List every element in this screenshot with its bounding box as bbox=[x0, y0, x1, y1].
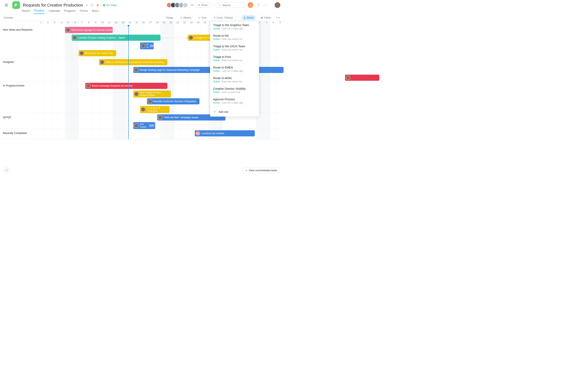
task-bar[interactable]: Need a 100 Brochures printed for univers… bbox=[99, 59, 167, 65]
hamburger-menu[interactable] bbox=[3, 2, 10, 8]
task-bar[interactable]: Design landing page for Seasonal Marketi… bbox=[133, 67, 284, 73]
rule-name: Route to NA bbox=[213, 34, 256, 37]
date-cell: 10 bbox=[99, 21, 106, 26]
task-label: Brochures for Career Fair bbox=[85, 52, 113, 55]
rule-name: Approve Process bbox=[213, 98, 256, 101]
tab-forms[interactable]: Forms bbox=[80, 9, 88, 14]
task-bar[interactable]: Directional signage for internal events bbox=[65, 27, 113, 33]
date-cell: 6 bbox=[72, 21, 78, 26]
sort-button[interactable]: Sort bbox=[197, 15, 208, 20]
tab-progress[interactable]: Progress bbox=[64, 9, 76, 14]
task-bar[interactable]: New Images for Each Regional Office bbox=[133, 91, 171, 98]
task-label: Need a 100 Brochures printed for univers… bbox=[105, 61, 164, 64]
project-icon[interactable] bbox=[12, 1, 20, 9]
rule-item[interactable]: Triage to the Graphics TeamActive·Last r… bbox=[210, 21, 259, 32]
subtask-count: 1 bbox=[150, 44, 154, 47]
rule-item[interactable]: Route to EMEAActive·Last run 3 days ago bbox=[210, 64, 259, 75]
header: Requests for Creative Production On Trac… bbox=[0, 0, 284, 8]
rule-item[interactable]: Triage to the UI/UX TeamActive·Rule has … bbox=[210, 43, 259, 53]
zoom-button[interactable]: Weeks bbox=[178, 15, 193, 20]
task-label: B fo bbox=[147, 43, 148, 48]
rule-item[interactable]: Triage to PrintActive·Rule has never run bbox=[210, 53, 259, 64]
task-label: Beautify Customer Success Infographic bbox=[154, 100, 196, 103]
star-icon[interactable] bbox=[96, 3, 99, 7]
task-bar[interactable]: Brand campaign localized ad creative bbox=[85, 83, 167, 89]
task-bar[interactable]: FY19 Best Of Infographic bbox=[140, 106, 169, 113]
rule-item[interactable]: Route to APACActive·Rule has never run bbox=[210, 75, 259, 85]
info-badge[interactable]: ⓘ bbox=[4, 167, 10, 173]
today-button[interactable]: Today bbox=[164, 15, 175, 20]
color-button[interactable]: Color: Default bbox=[212, 15, 234, 20]
tab-board[interactable]: Board bbox=[22, 9, 30, 14]
date-cell: 13 bbox=[120, 21, 126, 26]
task-bar[interactable]: Beautify Customer Success Infographic bbox=[147, 98, 200, 104]
assignee-avatar bbox=[134, 92, 139, 96]
svg-rect-12 bbox=[261, 18, 263, 18]
share-button[interactable]: Share bbox=[196, 3, 210, 8]
rule-item[interactable]: Route to NAActive·Rule has never run bbox=[210, 32, 259, 43]
tab-timeline[interactable]: Timeline bbox=[34, 9, 44, 14]
project-title[interactable]: Requests for Creative Production bbox=[23, 3, 83, 8]
rule-meta: Active·Rule has never run bbox=[213, 80, 256, 83]
section-label[interactable]: In Progress/Active bbox=[0, 82, 38, 113]
date-cell: 22 bbox=[181, 21, 188, 26]
task-bar[interactable] bbox=[345, 75, 379, 81]
fields-button[interactable]: Fields bbox=[259, 15, 273, 20]
search-input[interactable] bbox=[216, 3, 246, 8]
help-button[interactable]: ? bbox=[255, 2, 261, 8]
chevron-down-icon[interactable] bbox=[86, 4, 88, 6]
section-label[interactable]: QA/QC bbox=[0, 113, 38, 129]
more-icon[interactable]: ••• bbox=[276, 16, 280, 19]
rule-item[interactable]: Approve ProcessActive·Last run 3 days ag… bbox=[210, 96, 259, 106]
assignee-avatar bbox=[141, 107, 145, 112]
date-cell: 12 bbox=[113, 21, 120, 26]
date-cell: 7 bbox=[79, 21, 85, 26]
status-label[interactable]: On Track bbox=[106, 4, 117, 7]
date-cell: 19 bbox=[160, 21, 167, 26]
section-label[interactable]: Recently Completed bbox=[0, 129, 38, 139]
member-avatars[interactable] bbox=[168, 2, 188, 8]
task-bar[interactable]: Brochures for Career Fair bbox=[79, 50, 116, 56]
task-bar[interactable]: B fo1 bbox=[140, 42, 154, 49]
tab-calendar[interactable]: Calendar bbox=[49, 9, 60, 14]
member-count: 12 bbox=[191, 4, 194, 7]
divider bbox=[238, 16, 238, 20]
lightning-icon bbox=[243, 17, 246, 19]
date-cell: 16 bbox=[140, 21, 147, 26]
task-label: Edit Graph... bbox=[140, 123, 148, 128]
date-cell: 14 bbox=[126, 21, 133, 26]
rule-name: Triage to Print bbox=[213, 55, 256, 58]
date-cell: 8 bbox=[85, 21, 92, 26]
rule-item[interactable]: Creative Director VisibilityActive·Last … bbox=[210, 85, 259, 96]
svg-point-5 bbox=[198, 5, 199, 5]
assignee-avatar bbox=[86, 83, 91, 88]
rule-meta: Active·Rule has never run bbox=[213, 38, 256, 41]
rules-button[interactable]: Rules bbox=[242, 15, 255, 20]
section-label[interactable]: Assigned bbox=[0, 58, 38, 81]
task-bar[interactable]: Edit Graph...1 bbox=[133, 122, 155, 129]
rule-name: Triage to the Graphics Team bbox=[213, 24, 256, 27]
task-label: FY19 Best Of Infographic bbox=[147, 107, 167, 112]
date-cell: 5 bbox=[277, 21, 283, 26]
assignee-avatar bbox=[100, 60, 104, 64]
sort-icon bbox=[198, 17, 201, 19]
task-bar[interactable]: Localize Product Catalog Graphics - Japa… bbox=[72, 35, 160, 41]
svg-point-6 bbox=[199, 5, 200, 5]
section-label[interactable]: New Ideas and Requests bbox=[0, 26, 38, 58]
date-cell: 3 bbox=[263, 21, 270, 26]
zoom-icon bbox=[180, 17, 182, 19]
user-avatar[interactable] bbox=[275, 2, 280, 8]
tabs: BoardTimelineCalendarProgressFormsMore..… bbox=[0, 8, 284, 14]
task-bar[interactable]: RyLocalized ad creative bbox=[195, 130, 255, 136]
view-unscheduled-button[interactable]: View unscheduled tasks bbox=[242, 167, 280, 173]
add-button[interactable]: + bbox=[248, 2, 253, 8]
month-label: October bbox=[4, 16, 13, 19]
tab-more[interactable]: More... bbox=[92, 9, 101, 14]
section: Recently CompletedRyLocalized ad creativ… bbox=[0, 129, 284, 139]
info-icon[interactable] bbox=[90, 3, 94, 7]
member-avatar[interactable] bbox=[183, 2, 188, 8]
add-rule-button[interactable]: ＋ Add rule bbox=[210, 107, 259, 117]
rule-name: Route to EMEA bbox=[213, 66, 256, 69]
task-label: "With the flow" campaign assets bbox=[164, 116, 199, 119]
chevron-up-icon bbox=[245, 169, 248, 172]
